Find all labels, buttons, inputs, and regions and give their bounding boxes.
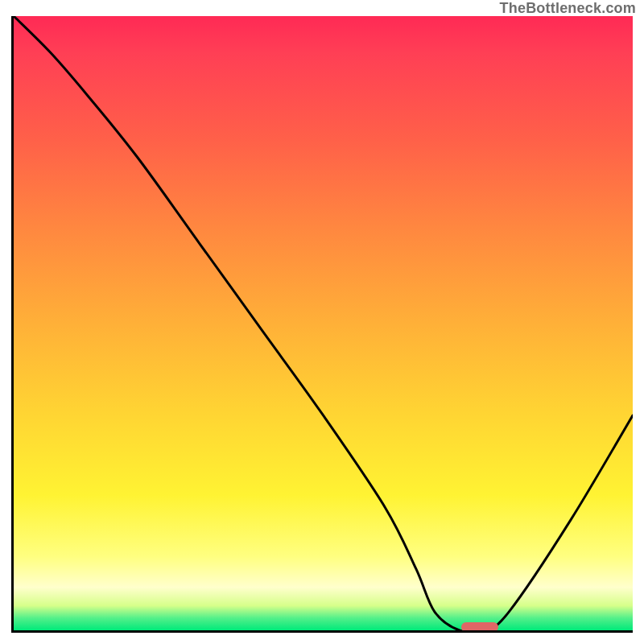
bottleneck-curve xyxy=(14,16,633,630)
attribution-label: TheBottleneck.com xyxy=(500,0,636,17)
optimal-marker xyxy=(461,622,498,632)
curve-path xyxy=(14,16,633,630)
chart-container: TheBottleneck.com xyxy=(0,0,644,644)
plot-area xyxy=(11,16,633,633)
